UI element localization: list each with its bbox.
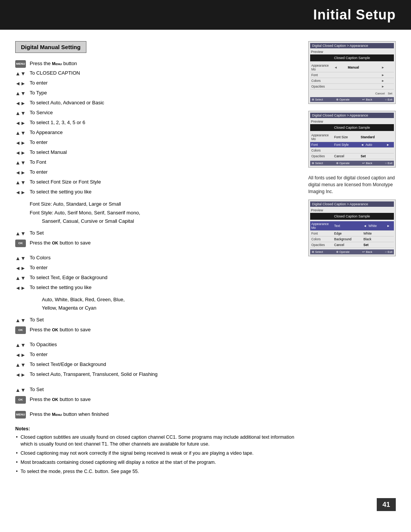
menu-btn-icon: MENU	[15, 60, 30, 68]
list-item: ◄► To enter	[15, 168, 297, 177]
ok-btn-icon: OK	[15, 239, 30, 247]
ui-screen-title-1: Digital Closed Caption > Appearance	[310, 43, 394, 48]
side-note: All fonts used for digital closed captio…	[308, 174, 396, 195]
list-item: ▲▼ To select Font Size or Font Style	[15, 178, 297, 187]
table-row: Colors	[310, 148, 394, 153]
list-item: ▲▼ To Set	[15, 386, 297, 394]
arrow-left-right-icon: ◄►	[15, 99, 30, 107]
arrow-left-right-icon: ◄►	[15, 119, 30, 127]
ui-screen-title-3: Digital Closed Caption > Appearance	[310, 201, 394, 207]
font-size-info: Font Size: Auto, Standard, Large or Smal…	[15, 200, 297, 208]
arrow-up-down-icon: ▲▼	[15, 89, 30, 97]
arrow-up-down-icon: ▲▼	[15, 178, 30, 187]
list-item: ◄► To select Auto, Advanced or Basic	[15, 99, 297, 107]
font-style-info-2: Sanserif, Casual, Cursive or Small Capit…	[15, 217, 297, 225]
arrow-left-right-icon: ◄►	[15, 284, 30, 292]
table-row: Opacities ►	[310, 84, 394, 89]
list-item: ▲▼ To Opacities	[15, 341, 297, 349]
page-number: 41	[377, 498, 396, 511]
ok-btn-icon: OK	[15, 326, 30, 334]
list-item: ◄► To select 1, 2, 3, 4, 5 or 6	[15, 119, 297, 127]
notes-list: Closed caption subtitles are usually fou…	[15, 434, 297, 475]
list-item: ▲▼ To select Text, Edge or Background	[15, 274, 297, 282]
arrow-up-down-icon: ▲▼	[15, 386, 30, 394]
list-item: ◄► To select the setting you like	[15, 188, 297, 197]
font-style-info: Font Style: Auto, Serif Mono, Serif, San…	[15, 209, 297, 217]
instruction-list-4: ▲▼ To Set OK Press the OK button to save	[15, 316, 297, 334]
ui-screenshot-1: Digital Closed Caption > Appearance Prev…	[308, 41, 396, 104]
table-row: Font Edge White	[310, 231, 394, 236]
list-item: ▲▼ To select Text/Edge or Background	[15, 361, 297, 369]
list-item: MENU Press the Menu button	[15, 60, 297, 68]
instruction-list-6: ▲▼ To Set OK Press the OK button to save	[15, 386, 297, 404]
notes-item-4: To select the mode, press the C.C. butto…	[15, 468, 297, 475]
left-column: Digital Manual Setting MENU Press the Me…	[15, 41, 297, 477]
arrow-left-right-icon: ◄►	[15, 149, 30, 157]
table-row: Appearance Mo ◄ Manual ►	[310, 63, 394, 72]
ok-btn-icon: OK	[15, 396, 30, 404]
notes-item-3: Most broadcasts containing closed captio…	[15, 459, 297, 466]
color-list-2: Yellow, Magenta or Cyan	[15, 304, 297, 312]
table-row: Font Font Style ◄ Auto ►	[310, 142, 394, 148]
arrow-left-right-icon: ◄►	[15, 351, 30, 359]
arrow-left-right-icon: ◄►	[15, 264, 30, 272]
page-header: Initial Setup	[0, 0, 411, 30]
arrow-up-down-icon: ▲▼	[15, 69, 30, 78]
arrow-up-down-icon: ▲▼	[15, 274, 30, 282]
arrow-up-down-icon: ▲▼	[15, 158, 30, 167]
arrow-left-right-icon: ◄►	[15, 168, 30, 177]
notes-section: Notes: Closed caption subtitles are usua…	[15, 426, 297, 475]
list-item: MENU Press the Menu button when finished	[15, 411, 297, 419]
arrow-left-right-icon: ◄►	[15, 139, 30, 147]
list-item: OK Press the OK button to save	[15, 326, 297, 334]
ui-table-2: Appearance Mo Font Size Standard Font Fo…	[310, 133, 394, 159]
list-item: ▲▼ To Appearance	[15, 129, 297, 137]
color-list: Auto, White, Black, Red, Green, Blue,	[15, 296, 297, 304]
notes-title: Notes:	[15, 426, 297, 431]
table-row: Opacities Cancel Set	[310, 153, 394, 159]
list-item: ▲▼ To CLOSED CAPTION	[15, 69, 297, 78]
list-item: ◄► To enter	[15, 79, 297, 88]
list-item: ▲▼ To Set	[15, 316, 297, 324]
instruction-list-3: ▲▼ To Colors ◄► To enter ▲▼ To select Te…	[15, 254, 297, 292]
list-item: OK Press the OK button to save	[15, 239, 297, 247]
list-item: ◄► To select Auto, Transparent, Transluc…	[15, 371, 297, 379]
list-item: ◄► To enter	[15, 139, 297, 147]
list-item: ◄► To enter	[15, 351, 297, 359]
table-row: Colors Background Black	[310, 236, 394, 242]
ui-screenshot-2: Digital Closed Caption > Appearance Prev…	[308, 111, 396, 168]
arrow-up-down-icon: ▲▼	[15, 129, 30, 137]
page-title: Initial Setup	[0, 7, 396, 23]
notes-item-2: Closed captioning may not work correctly…	[15, 450, 297, 457]
arrow-left-right-icon: ◄►	[15, 79, 30, 88]
list-item: ◄► To select Manual	[15, 149, 297, 157]
table-row: Opacities Cancel Set	[310, 242, 394, 248]
page-footer: 41	[0, 492, 396, 511]
table-row: Appearance Mo Font Size Standard	[310, 133, 394, 142]
list-item: ▲▼ To Set	[15, 229, 297, 238]
ui-screenshot-3: Digital Closed Caption > Appearance Prev…	[308, 200, 396, 256]
arrow-up-down-icon: ▲▼	[15, 254, 30, 262]
right-column: Digital Closed Caption > Appearance Prev…	[308, 41, 396, 477]
arrow-up-down-icon: ▲▼	[15, 316, 30, 324]
list-item: ▲▼ To Colors	[15, 254, 297, 262]
ui-screen-title-2: Digital Closed Caption > Appearance	[310, 113, 394, 118]
table-row: Colors ►	[310, 78, 394, 84]
content-area: Digital Manual Setting MENU Press the Me…	[0, 41, 411, 492]
list-item: ▲▼ To Font	[15, 158, 297, 167]
list-item: ◄► To enter	[15, 264, 297, 272]
arrow-up-down-icon: ▲▼	[15, 109, 30, 117]
section-title: Digital Manual Setting	[15, 41, 86, 53]
instruction-list-5: ▲▼ To Opacities ◄► To enter ▲▼ To select…	[15, 341, 297, 379]
arrow-up-down-icon: ▲▼	[15, 341, 30, 349]
list-item: OK Press the OK button to save	[15, 396, 297, 404]
list-item: ▲▼ To Service	[15, 109, 297, 117]
menu-btn-icon: MENU	[15, 411, 30, 419]
ui-table-1: Appearance Mo ◄ Manual ► Font ► Colors ►	[310, 63, 394, 89]
arrow-left-right-icon: ◄►	[15, 188, 30, 197]
instruction-list-2: ▲▼ To Set OK Press the OK button to save	[15, 229, 297, 247]
arrow-up-down-icon: ▲▼	[15, 229, 30, 238]
arrow-left-right-icon: ◄►	[15, 371, 30, 379]
list-item: ◄► To select the setting you like	[15, 284, 297, 292]
table-row: Font ►	[310, 72, 394, 78]
